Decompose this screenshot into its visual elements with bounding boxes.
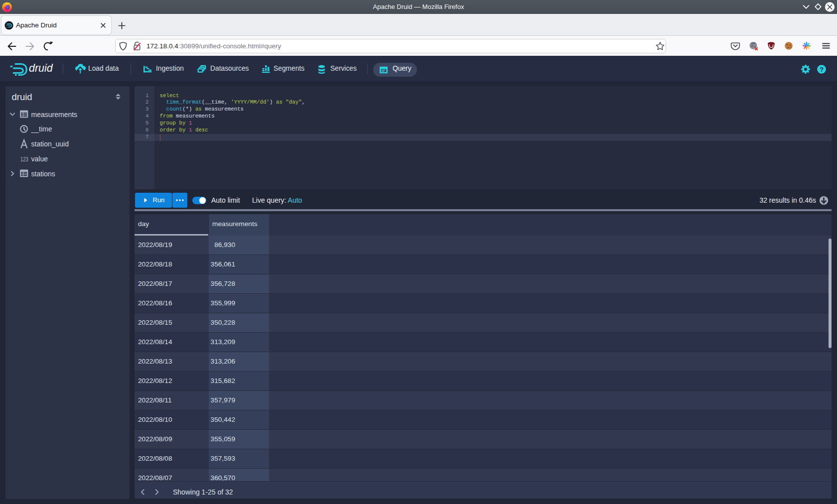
svg-text:123: 123 [20,155,28,163]
svg-text:?: ? [820,66,824,73]
